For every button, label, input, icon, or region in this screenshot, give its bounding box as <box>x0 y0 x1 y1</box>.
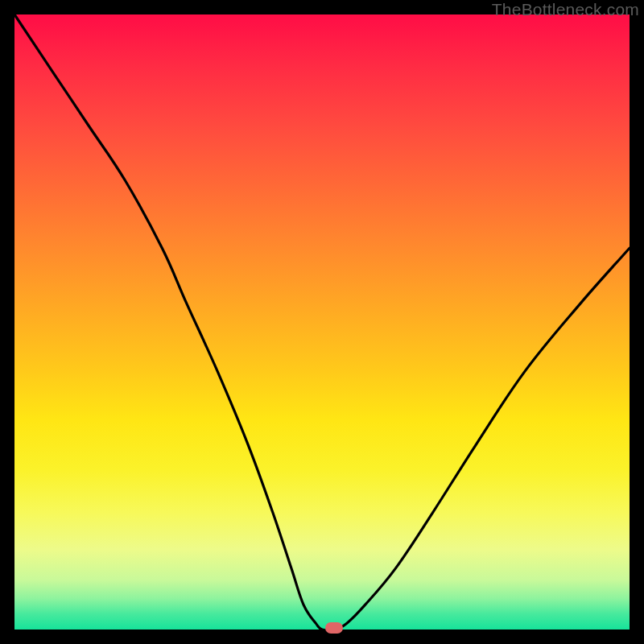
bottleneck-curve <box>14 14 630 630</box>
watermark-label: TheBottleneck.com <box>492 0 639 19</box>
chart-frame: TheBottleneck.com <box>0 0 644 644</box>
bottleneck-marker <box>325 622 343 634</box>
chart-plot-area <box>14 14 630 630</box>
